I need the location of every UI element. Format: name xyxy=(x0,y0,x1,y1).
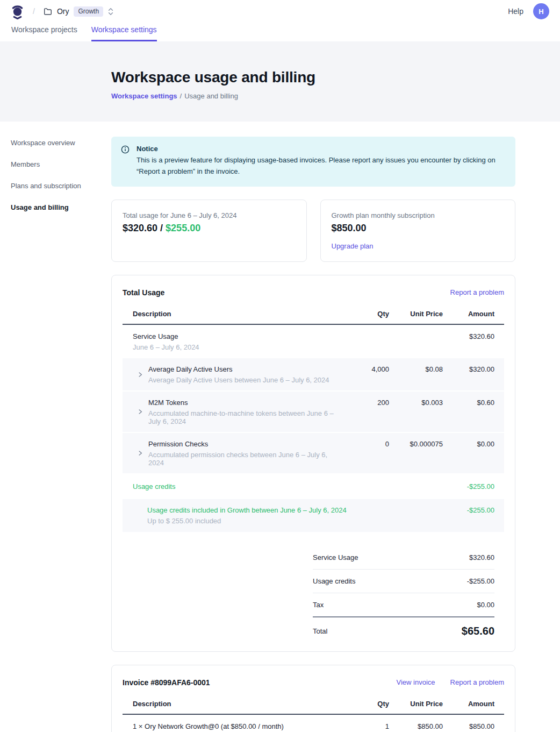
usage-table-header: Description Qty Unit Price Amount xyxy=(123,307,504,325)
workspace-name: Ory xyxy=(57,7,69,16)
invoice-item-amount: $850.00 xyxy=(445,722,494,730)
invoice-table-header: Description Qty Unit Price Amount xyxy=(123,697,504,715)
row-subtitle: Accumulated permission checks between Ju… xyxy=(148,451,340,467)
usage-credits-label: Usage credits xyxy=(133,482,445,491)
row-unit-price: $0.003 xyxy=(391,399,443,407)
invoice-panel: Invoice #8099AFA6-0001 View invoice Repo… xyxy=(111,665,515,732)
row-unit-price: $0.08 xyxy=(391,365,443,373)
service-usage-amount: $320.60 xyxy=(445,332,494,340)
credits-detail-amount: -$255.00 xyxy=(445,506,494,525)
total-usage-card: Total usage for June 6 – July 6, 2024 $3… xyxy=(111,200,307,262)
credits-detail-subtitle: Up to $ 255.00 included xyxy=(147,517,445,525)
row-qty: 200 xyxy=(342,399,389,407)
totals-label: Service Usage xyxy=(313,553,358,562)
credits-detail-title: Usage credits included in Growth between… xyxy=(147,506,445,514)
row-description-cell: M2M Tokens Accumulated machine-to-machin… xyxy=(133,399,340,425)
invoice-line-item-row: 1 × Ory Network Growth@0 (at $850.00 / m… xyxy=(123,715,504,732)
tab-workspace-settings[interactable]: Workspace settings xyxy=(91,25,157,41)
row-qty: 4,000 xyxy=(342,365,389,373)
page-header: Workspace usage and billing Workspace se… xyxy=(0,41,560,122)
totals-value: $0.00 xyxy=(477,601,494,609)
view-invoice-link[interactable]: View invoice xyxy=(397,678,435,686)
totals-row-tax: Tax $0.00 xyxy=(313,593,494,617)
ory-logo-icon[interactable] xyxy=(11,4,24,19)
usage-credits-detail-row: Usage credits included in Growth between… xyxy=(123,499,504,532)
row-title: Average Daily Active Users xyxy=(148,365,329,373)
notice-banner: Notice This is a preview feature for dis… xyxy=(111,137,515,187)
info-icon xyxy=(121,145,130,177)
invoice-item-title: 1 × Ory Network Growth@0 (at $850.00 / m… xyxy=(133,722,340,730)
sidebar-item-members[interactable]: Members xyxy=(11,160,111,168)
invoice-item-unit-price: $850.00 xyxy=(391,722,443,730)
row-title: Permission Checks xyxy=(148,440,340,448)
row-description-cell: Average Daily Active Users Average Daily… xyxy=(133,365,340,384)
col-amount: Amount xyxy=(445,700,494,708)
invoice-item-qty: 1 xyxy=(342,722,389,730)
summary-cards: Total usage for June 6 – July 6, 2024 $3… xyxy=(111,200,515,262)
help-link[interactable]: Help xyxy=(508,7,523,16)
top-bar: / Ory Growth Help H xyxy=(0,0,560,23)
workspace-tabs: Workspace projects Workspace settings xyxy=(0,23,560,41)
service-usage-cell: Service Usage June 6 – July 6, 2024 xyxy=(133,332,340,351)
breadcrumb-link-settings[interactable]: Workspace settings xyxy=(111,92,177,100)
notice-title: Notice xyxy=(137,145,506,153)
row-amount: $0.00 xyxy=(445,440,494,448)
usage-totals: Service Usage $320.60 Usage credits -$25… xyxy=(313,546,494,639)
sidebar-item-usage-billing[interactable]: Usage and billing xyxy=(11,203,111,211)
service-usage-row: Service Usage June 6 – July 6, 2024 $320… xyxy=(123,325,504,358)
col-description: Description xyxy=(133,700,340,708)
service-usage-period: June 6 – July 6, 2024 xyxy=(133,343,340,351)
usage-amount-separator: / xyxy=(157,223,166,233)
usage-credits-amount: -$255.00 xyxy=(445,482,494,491)
row-qty: 0 xyxy=(342,440,389,448)
total-usage-amount: $320.60 / $255.00 xyxy=(123,223,296,234)
col-unit-price: Unit Price xyxy=(391,700,443,708)
invoice-panel-header: Invoice #8099AFA6-0001 View invoice Repo… xyxy=(123,678,504,697)
totals-row-service-usage: Service Usage $320.60 xyxy=(313,546,494,570)
notice-body: This is a preview feature for displaying… xyxy=(137,155,506,177)
col-unit-price: Unit Price xyxy=(391,310,443,318)
totals-label: Tax xyxy=(313,601,324,609)
page-title: Workspace usage and billing xyxy=(111,69,560,86)
usage-panel-header: Total Usage Report a problem xyxy=(123,288,504,307)
usage-row-permission-checks[interactable]: Permission Checks Accumulated permission… xyxy=(123,433,504,473)
row-title: M2M Tokens xyxy=(148,399,340,407)
plan-card-amount: $850.00 xyxy=(332,223,505,234)
usage-row-daily-active-users[interactable]: Average Daily Active Users Average Daily… xyxy=(123,358,504,390)
row-unit-price: $0.000075 xyxy=(391,440,443,448)
chevron-right-icon[interactable] xyxy=(138,450,143,456)
credits-detail-cell: Usage credits included in Growth between… xyxy=(147,506,445,525)
col-qty: Qty xyxy=(342,700,389,708)
invoice-report-problem-link[interactable]: Report a problem xyxy=(450,678,504,686)
usage-credit-value: $255.00 xyxy=(166,223,200,233)
settings-sidebar: Workspace overview Members Plans and sub… xyxy=(11,137,111,732)
chevron-right-icon[interactable] xyxy=(138,409,143,415)
plan-badge: Growth xyxy=(74,6,103,17)
plan-subscription-card: Growth plan monthly subscription $850.00… xyxy=(320,200,516,262)
upgrade-plan-link[interactable]: Upgrade plan xyxy=(332,242,374,250)
invoice-title: Invoice #8099AFA6-0001 xyxy=(123,678,210,687)
folder-icon xyxy=(44,8,52,15)
invoice-item-cell: 1 × Ory Network Growth@0 (at $850.00 / m… xyxy=(133,722,340,732)
topbar-right: Help H xyxy=(508,3,549,19)
row-description-cell: Permission Checks Accumulated permission… xyxy=(133,440,340,467)
usage-report-problem-link[interactable]: Report a problem xyxy=(450,288,504,296)
invoice-links: View invoice Report a problem xyxy=(397,678,504,686)
breadcrumb-slash: / xyxy=(33,7,35,16)
notice-content: Notice This is a preview feature for dis… xyxy=(137,145,506,177)
chevron-right-icon[interactable] xyxy=(138,372,143,378)
totals-label: Usage credits xyxy=(313,577,355,585)
content-layout: Workspace overview Members Plans and sub… xyxy=(0,122,560,732)
col-qty: Qty xyxy=(342,310,389,318)
selector-updown-icon[interactable] xyxy=(108,8,113,16)
workspace-picker[interactable]: Ory Growth xyxy=(44,6,113,17)
plan-card-label: Growth plan monthly subscription xyxy=(332,211,505,219)
usage-row-m2m-tokens[interactable]: M2M Tokens Accumulated machine-to-machin… xyxy=(123,392,504,432)
tab-workspace-projects[interactable]: Workspace projects xyxy=(11,25,77,41)
row-subtitle: Accumulated machine-to-machine tokens be… xyxy=(148,409,340,425)
user-avatar[interactable]: H xyxy=(533,3,549,19)
sidebar-item-workspace-overview[interactable]: Workspace overview xyxy=(11,139,111,147)
total-usage-label: Total usage for June 6 – July 6, 2024 xyxy=(123,211,296,219)
breadcrumb-separator: / xyxy=(180,92,182,100)
sidebar-item-plans-subscription[interactable]: Plans and subscription xyxy=(11,182,111,190)
